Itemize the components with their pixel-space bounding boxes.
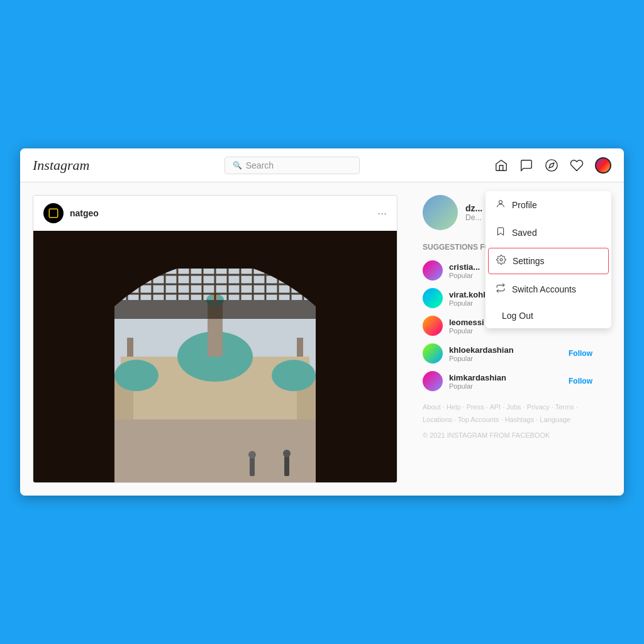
- svg-rect-40: [250, 457, 255, 476]
- profile-avatar-button[interactable]: [595, 157, 611, 174]
- suggestion-avatar-2: [423, 288, 443, 308]
- dropdown-saved[interactable]: Saved: [486, 219, 611, 247]
- post-header: natgeo ···: [33, 196, 397, 231]
- svg-rect-17: [297, 338, 303, 357]
- messenger-icon[interactable]: [519, 158, 533, 172]
- svg-point-43: [283, 450, 291, 457]
- instagram-logo: Instagram: [33, 157, 89, 174]
- profile-icon: [496, 199, 506, 211]
- post-card: natgeo ···: [33, 195, 397, 483]
- post-more-button[interactable]: ···: [377, 207, 387, 220]
- search-icon: 🔍: [233, 161, 242, 170]
- suggestion-sub-5: Popular: [449, 382, 562, 390]
- suggestion-item-4: khloekardashian Popular Follow: [423, 343, 592, 364]
- nav-bar: Instagram 🔍: [20, 148, 624, 182]
- feed: natgeo ···: [20, 195, 410, 483]
- heart-icon[interactable]: [570, 158, 584, 172]
- browser-window: Instagram 🔍: [20, 148, 624, 496]
- svg-point-12: [272, 360, 316, 391]
- saved-icon: [496, 226, 506, 239]
- suggestion-sub-4: Popular: [449, 355, 562, 362]
- dropdown-settings[interactable]: Settings: [488, 248, 609, 274]
- sidebar-user-info: dz... De...: [465, 203, 482, 222]
- settings-icon: [496, 255, 506, 267]
- suggestion-name-4: khloekardashian: [449, 345, 562, 355]
- footer-links: About · Help · Press · API · Jobs · Priv…: [423, 401, 592, 426]
- svg-point-3: [500, 258, 502, 261]
- svg-point-2: [499, 200, 502, 203]
- suggestion-info-4: khloekardashian Popular: [449, 345, 562, 362]
- svg-rect-39: [114, 300, 316, 319]
- nav-icons: [494, 157, 611, 174]
- svg-rect-4: [49, 209, 58, 218]
- dropdown-logout[interactable]: Log Out: [486, 303, 611, 328]
- compass-icon[interactable]: [545, 158, 558, 172]
- dropdown-switch-accounts[interactable]: Switch Accounts: [486, 275, 611, 303]
- post-avatar: [43, 203, 64, 223]
- switch-icon: [496, 283, 506, 296]
- home-icon[interactable]: [494, 158, 508, 172]
- suggestion-avatar-4: [423, 343, 443, 364]
- svg-point-0: [546, 159, 557, 170]
- svg-point-11: [114, 360, 158, 391]
- post-user: natgeo: [43, 203, 99, 223]
- follow-button-5[interactable]: Follow: [569, 377, 592, 386]
- svg-rect-16: [127, 338, 133, 357]
- footer-copyright: © 2021 INSTAGRAM FROM FACEBOOK: [423, 431, 592, 439]
- search-box[interactable]: 🔍: [225, 157, 360, 174]
- sidebar-fullname: De...: [465, 213, 482, 222]
- dropdown-profile[interactable]: Profile: [486, 191, 611, 219]
- search-input[interactable]: [246, 160, 352, 170]
- svg-point-41: [248, 451, 256, 458]
- post-image: [33, 231, 397, 482]
- follow-button-4[interactable]: Follow: [569, 349, 592, 358]
- dropdown-menu: Profile Saved: [486, 191, 611, 328]
- suggestion-name-5: kimkardashian: [449, 373, 562, 382]
- suggestion-item-5: kimkardashian Popular Follow: [423, 371, 592, 391]
- svg-rect-42: [284, 456, 289, 476]
- suggestion-avatar-1: [423, 260, 443, 280]
- sidebar-user-avatar: [423, 195, 458, 230]
- suggestion-info-5: kimkardashian Popular: [449, 373, 562, 390]
- nav-right-section: Profile Saved: [494, 157, 611, 174]
- svg-marker-1: [549, 163, 554, 168]
- nav-search-area: 🔍: [89, 157, 494, 174]
- suggestion-avatar-3: [423, 316, 443, 336]
- sidebar-username: dz...: [465, 203, 482, 213]
- suggestion-avatar-5: [423, 371, 443, 391]
- post-username: natgeo: [70, 208, 99, 218]
